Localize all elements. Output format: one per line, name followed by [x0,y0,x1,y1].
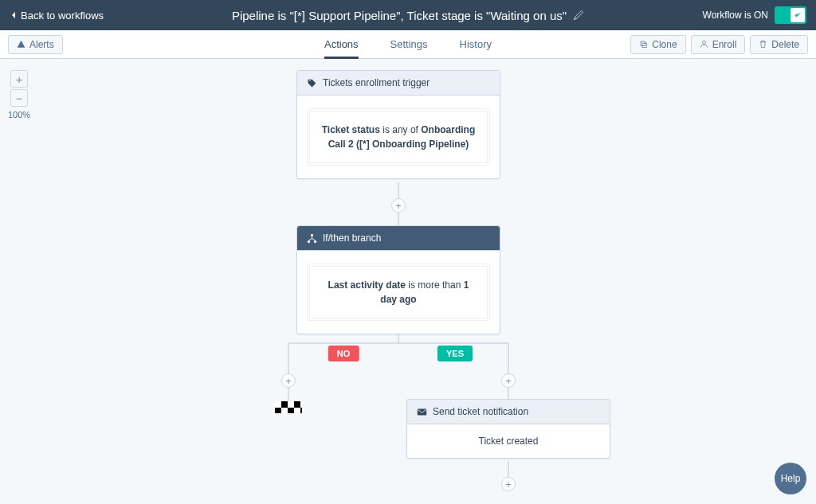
branch-title: If/then branch [323,232,381,244]
trigger-title: Tickets enrollment trigger [323,77,430,88]
warning-icon [17,40,26,49]
tabs: Actions Settings History [324,30,492,58]
svg-point-8 [314,240,316,242]
check-icon [794,11,802,19]
clone-label: Clone [652,39,677,50]
action-title: Send ticket notification [433,406,528,417]
delete-label: Delete [771,39,799,50]
workflow-toggle[interactable] [775,6,806,24]
workflow-status-label: Workflow is ON [703,10,768,21]
action-header: Send ticket notification [407,400,610,424]
toggle-knob [790,8,805,22]
svg-point-6 [311,233,313,236]
branch-no-label: NO [328,346,359,361]
enroll-button[interactable]: Enroll [691,35,746,54]
branch-node[interactable]: If/then branch Last activity date is mor… [296,225,500,334]
trigger-rule-mid: is any of [380,124,421,135]
alerts-button[interactable]: Alerts [8,35,63,54]
delete-button[interactable]: Delete [750,35,808,54]
workflow-title: Pipeline is "[*] Support Pipeline", Tick… [232,9,567,22]
end-marker [275,401,302,413]
clone-button[interactable]: Clone [630,35,685,54]
add-step-button[interactable]: + [391,198,406,213]
branch-yes-label: YES [437,346,473,361]
sub-bar: Alerts Actions Settings History Clone En… [0,30,816,59]
branch-body: Last activity date is more than 1 day ag… [297,251,500,334]
top-bar: Back to workflows Pipeline is "[*] Suppo… [0,0,816,30]
branch-rule-card[interactable]: Last activity date is more than 1 day ag… [307,264,490,321]
branch-rule-mid: is more than [406,279,464,291]
topbar-right: Workflow is ON [703,6,806,24]
trigger-rule-prefix: Ticket status [322,124,380,135]
enroll-label: Enroll [712,39,737,50]
alerts-label: Alerts [29,39,54,50]
svg-rect-0 [641,41,645,46]
trigger-body: Ticket status is any of Onboarding Call … [297,96,500,178]
trigger-header: Tickets enrollment trigger [297,71,500,96]
right-actions: Clone Enroll Delete [630,35,808,54]
trigger-node[interactable]: Tickets enrollment trigger Ticket status… [296,70,500,179]
add-step-after-action-button[interactable]: + [501,477,516,491]
svg-rect-9 [418,408,426,415]
branch-rule-prefix: Last activity date [328,279,406,291]
tag-icon [307,78,317,88]
trash-icon [759,40,767,49]
branch-icon [307,233,317,244]
chevron-left-icon [10,11,18,19]
add-step-yes-button[interactable]: + [501,373,516,388]
back-label: Back to workflows [21,10,104,21]
add-step-no-button[interactable]: + [281,373,296,388]
workflow-title-wrap: Pipeline is "[*] Support Pipeline", Tick… [232,9,584,22]
action-node[interactable]: Send ticket notification Ticket created [406,399,610,459]
clone-icon [639,40,648,49]
svg-point-7 [308,240,310,242]
back-to-workflows-link[interactable]: Back to workflows [10,10,104,21]
tab-settings[interactable]: Settings [390,30,428,58]
trigger-rule-card[interactable]: Ticket status is any of Onboarding Call … [307,108,490,166]
svg-rect-1 [642,43,647,48]
enroll-icon [700,40,708,49]
svg-point-2 [702,41,705,44]
action-body: Ticket created [407,424,610,458]
branch-header: If/then branch [297,226,500,251]
help-button[interactable]: Help [775,463,806,494]
workflow-canvas[interactable]: Tickets enrollment trigger Ticket status… [0,59,816,504]
tab-history[interactable]: History [460,30,492,58]
envelope-icon [417,407,427,417]
tab-actions[interactable]: Actions [324,30,359,58]
edit-icon[interactable] [573,10,584,21]
